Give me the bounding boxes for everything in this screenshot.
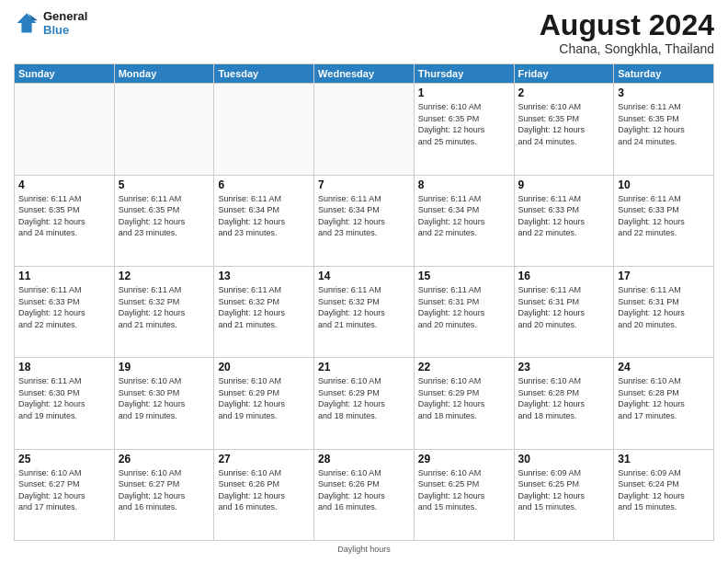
day-number: 7 xyxy=(318,178,410,191)
day-info: Sunrise: 6:11 AM Sunset: 6:35 PM Dayligh… xyxy=(618,101,710,147)
calendar-day-header: Wednesday xyxy=(314,64,415,84)
day-number: 24 xyxy=(618,361,710,373)
calendar-cell: 9Sunrise: 6:11 AM Sunset: 6:33 PM Daylig… xyxy=(514,175,614,266)
month-title: August 2024 xyxy=(540,9,714,41)
day-number: 27 xyxy=(218,453,310,465)
calendar-cell: 3Sunrise: 6:11 AM Sunset: 6:35 PM Daylig… xyxy=(614,84,714,175)
day-number: 20 xyxy=(218,361,310,373)
day-info: Sunrise: 6:10 AM Sunset: 6:28 PM Dayligh… xyxy=(518,375,610,421)
day-number: 18 xyxy=(18,361,110,373)
day-info: Sunrise: 6:10 AM Sunset: 6:35 PM Dayligh… xyxy=(418,101,510,147)
day-info: Sunrise: 6:09 AM Sunset: 6:24 PM Dayligh… xyxy=(618,467,710,513)
calendar-cell xyxy=(114,84,214,175)
day-info: Sunrise: 6:11 AM Sunset: 6:32 PM Dayligh… xyxy=(119,284,210,330)
day-info: Sunrise: 6:09 AM Sunset: 6:25 PM Dayligh… xyxy=(518,467,610,513)
footer: Daylight hours xyxy=(14,545,714,554)
day-info: Sunrise: 6:11 AM Sunset: 6:34 PM Dayligh… xyxy=(318,193,410,239)
day-number: 26 xyxy=(119,453,210,465)
day-number: 10 xyxy=(618,178,710,191)
day-number: 29 xyxy=(418,453,510,465)
calendar-day-header: Tuesday xyxy=(214,64,314,84)
calendar-cell: 27Sunrise: 6:10 AM Sunset: 6:26 PM Dayli… xyxy=(214,449,314,540)
day-info: Sunrise: 6:11 AM Sunset: 6:33 PM Dayligh… xyxy=(18,284,110,330)
subtitle: Chana, Songkhla, Thailand xyxy=(540,41,714,56)
calendar-cell: 18Sunrise: 6:11 AM Sunset: 6:30 PM Dayli… xyxy=(15,358,115,449)
day-number: 2 xyxy=(518,86,610,99)
header: General Blue August 2024 Chana, Songkhla… xyxy=(14,9,714,56)
calendar-cell: 8Sunrise: 6:11 AM Sunset: 6:34 PM Daylig… xyxy=(414,175,514,266)
calendar-table: SundayMondayTuesdayWednesdayThursdayFrid… xyxy=(14,63,714,541)
day-number: 21 xyxy=(318,361,410,373)
day-number: 6 xyxy=(218,178,310,191)
day-info: Sunrise: 6:10 AM Sunset: 6:30 PM Dayligh… xyxy=(119,375,210,421)
svg-marker-0 xyxy=(17,14,37,33)
calendar-cell: 10Sunrise: 6:11 AM Sunset: 6:33 PM Dayli… xyxy=(614,175,714,266)
calendar-week-row: 1Sunrise: 6:10 AM Sunset: 6:35 PM Daylig… xyxy=(15,84,714,175)
day-number: 15 xyxy=(418,270,510,282)
calendar-day-header: Thursday xyxy=(414,64,514,84)
calendar-week-row: 11Sunrise: 6:11 AM Sunset: 6:33 PM Dayli… xyxy=(15,266,714,357)
day-info: Sunrise: 6:11 AM Sunset: 6:31 PM Dayligh… xyxy=(518,284,610,330)
day-number: 28 xyxy=(318,453,410,465)
day-info: Sunrise: 6:11 AM Sunset: 6:33 PM Dayligh… xyxy=(618,193,710,239)
day-info: Sunrise: 6:11 AM Sunset: 6:35 PM Dayligh… xyxy=(119,193,210,239)
calendar-cell: 11Sunrise: 6:11 AM Sunset: 6:33 PM Dayli… xyxy=(15,266,115,357)
calendar-cell: 22Sunrise: 6:10 AM Sunset: 6:29 PM Dayli… xyxy=(414,358,514,449)
day-number: 11 xyxy=(18,270,110,282)
day-number: 16 xyxy=(518,270,610,282)
day-info: Sunrise: 6:10 AM Sunset: 6:29 PM Dayligh… xyxy=(418,375,510,421)
day-number: 3 xyxy=(618,86,710,99)
logo-text: General Blue xyxy=(43,9,87,37)
day-number: 31 xyxy=(618,453,710,465)
day-info: Sunrise: 6:11 AM Sunset: 6:34 PM Dayligh… xyxy=(218,193,310,239)
calendar-cell: 29Sunrise: 6:10 AM Sunset: 6:25 PM Dayli… xyxy=(414,449,514,540)
day-number: 1 xyxy=(418,86,510,99)
calendar-cell xyxy=(214,84,314,175)
calendar-cell: 17Sunrise: 6:11 AM Sunset: 6:31 PM Dayli… xyxy=(614,266,714,357)
day-info: Sunrise: 6:10 AM Sunset: 6:27 PM Dayligh… xyxy=(18,467,110,513)
calendar-cell: 14Sunrise: 6:11 AM Sunset: 6:32 PM Dayli… xyxy=(314,266,415,357)
calendar-day-header: Saturday xyxy=(614,64,714,84)
day-info: Sunrise: 6:11 AM Sunset: 6:33 PM Dayligh… xyxy=(518,193,610,239)
day-number: 13 xyxy=(218,270,310,282)
day-number: 17 xyxy=(618,270,710,282)
day-number: 23 xyxy=(518,361,610,373)
day-number: 25 xyxy=(18,453,110,465)
calendar-cell: 30Sunrise: 6:09 AM Sunset: 6:25 PM Dayli… xyxy=(514,449,614,540)
calendar-week-row: 25Sunrise: 6:10 AM Sunset: 6:27 PM Dayli… xyxy=(15,449,714,540)
calendar-cell: 24Sunrise: 6:10 AM Sunset: 6:28 PM Dayli… xyxy=(614,358,714,449)
day-info: Sunrise: 6:10 AM Sunset: 6:27 PM Dayligh… xyxy=(119,467,210,513)
day-number: 14 xyxy=(318,270,410,282)
calendar-cell: 20Sunrise: 6:10 AM Sunset: 6:29 PM Dayli… xyxy=(214,358,314,449)
calendar-cell: 5Sunrise: 6:11 AM Sunset: 6:35 PM Daylig… xyxy=(114,175,214,266)
calendar-day-header: Monday xyxy=(114,64,214,84)
day-number: 30 xyxy=(518,453,610,465)
calendar-cell: 4Sunrise: 6:11 AM Sunset: 6:35 PM Daylig… xyxy=(15,175,115,266)
calendar-cell: 15Sunrise: 6:11 AM Sunset: 6:31 PM Dayli… xyxy=(414,266,514,357)
calendar-cell xyxy=(15,84,115,175)
calendar-week-row: 18Sunrise: 6:11 AM Sunset: 6:30 PM Dayli… xyxy=(15,358,714,449)
day-info: Sunrise: 6:10 AM Sunset: 6:26 PM Dayligh… xyxy=(218,467,310,513)
calendar-cell: 2Sunrise: 6:10 AM Sunset: 6:35 PM Daylig… xyxy=(514,84,614,175)
day-info: Sunrise: 6:11 AM Sunset: 6:31 PM Dayligh… xyxy=(418,284,510,330)
day-number: 5 xyxy=(119,178,210,191)
footer-text: Daylight hours xyxy=(337,545,391,554)
day-info: Sunrise: 6:10 AM Sunset: 6:35 PM Dayligh… xyxy=(518,101,610,147)
day-info: Sunrise: 6:11 AM Sunset: 6:32 PM Dayligh… xyxy=(218,284,310,330)
calendar-day-header: Friday xyxy=(514,64,614,84)
calendar-cell: 31Sunrise: 6:09 AM Sunset: 6:24 PM Dayli… xyxy=(614,449,714,540)
calendar-cell: 25Sunrise: 6:10 AM Sunset: 6:27 PM Dayli… xyxy=(15,449,115,540)
calendar-cell: 26Sunrise: 6:10 AM Sunset: 6:27 PM Dayli… xyxy=(114,449,214,540)
day-number: 22 xyxy=(418,361,510,373)
day-info: Sunrise: 6:11 AM Sunset: 6:35 PM Dayligh… xyxy=(18,193,110,239)
day-number: 12 xyxy=(119,270,210,282)
day-info: Sunrise: 6:10 AM Sunset: 6:28 PM Dayligh… xyxy=(618,375,710,421)
day-info: Sunrise: 6:11 AM Sunset: 6:32 PM Dayligh… xyxy=(318,284,410,330)
calendar-day-header: Sunday xyxy=(15,64,115,84)
calendar-cell: 12Sunrise: 6:11 AM Sunset: 6:32 PM Dayli… xyxy=(114,266,214,357)
calendar-week-row: 4Sunrise: 6:11 AM Sunset: 6:35 PM Daylig… xyxy=(15,175,714,266)
calendar-cell xyxy=(314,84,415,175)
day-info: Sunrise: 6:10 AM Sunset: 6:26 PM Dayligh… xyxy=(318,467,410,513)
day-info: Sunrise: 6:11 AM Sunset: 6:30 PM Dayligh… xyxy=(18,375,110,421)
day-number: 8 xyxy=(418,178,510,191)
